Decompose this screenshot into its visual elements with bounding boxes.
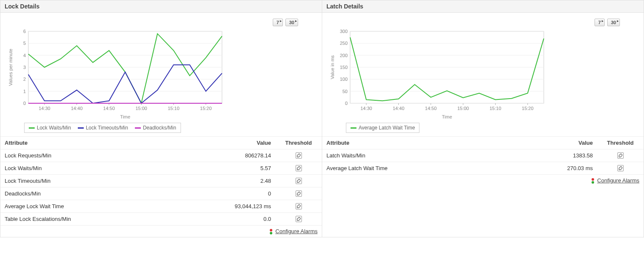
col-threshold: Threshold: [597, 137, 644, 149]
legend-swatch: [135, 127, 141, 129]
svg-text:14:30: 14:30: [360, 106, 372, 111]
legend-item: Average Latch Wait Time: [351, 125, 415, 131]
legend-swatch: [78, 127, 84, 129]
lock-panel-title: Lock Details: [0, 0, 322, 13]
attr-cell: Table Lock Escalations/Min: [0, 213, 216, 226]
svg-text:150: 150: [340, 65, 348, 70]
svg-text:15:20: 15:20: [522, 106, 534, 111]
svg-text:2: 2: [23, 77, 26, 82]
attr-cell: Average Latch Wait Time: [322, 162, 538, 175]
lock-configure-row: Configure Alarms: [0, 226, 322, 237]
attr-cell: Latch Waits/Min: [322, 149, 538, 162]
table-row: Average Lock Wait Time93,044,123 ms: [0, 200, 322, 213]
lock-range-buttons: 7 30: [7, 16, 315, 27]
svg-text:15:00: 15:00: [457, 106, 469, 111]
threshold-edit-icon[interactable]: [296, 203, 302, 209]
value-cell: 2.48: [216, 175, 275, 187]
svg-text:50: 50: [343, 89, 348, 94]
legend-label: Average Latch Wait Time: [359, 125, 415, 131]
latch-range-7-button[interactable]: 7: [595, 19, 605, 26]
threshold-cell: [275, 175, 322, 187]
legend-swatch: [351, 127, 356, 129]
latch-range-30-button[interactable]: 30: [607, 19, 620, 26]
threshold-cell: [597, 149, 644, 162]
value-cell: 93,044,123 ms: [216, 200, 275, 213]
table-row: Lock Requests/Min806278.14: [0, 149, 322, 162]
latch-configure-alarms-link[interactable]: Configure Alarms: [597, 177, 639, 184]
svg-text:100: 100: [340, 77, 348, 82]
threshold-cell: [275, 149, 322, 162]
legend-item: Deadlocks/Min: [135, 125, 176, 131]
svg-text:15:10: 15:10: [490, 106, 501, 111]
attr-cell: Lock Requests/Min: [0, 149, 216, 162]
table-row: Lock Timeouts/Min2.48: [0, 175, 322, 187]
attr-cell: Deadlocks/Min: [0, 187, 216, 200]
svg-text:0: 0: [23, 101, 26, 106]
table-row: Table Lock Escalations/Min0.0: [0, 213, 322, 226]
col-threshold: Threshold: [275, 137, 322, 149]
svg-text:14:40: 14:40: [393, 106, 405, 111]
svg-text:14:50: 14:50: [103, 106, 115, 111]
lock-range-30-button[interactable]: 30: [285, 19, 298, 26]
svg-text:5: 5: [23, 41, 26, 46]
legend-label: Lock Waits/Min: [37, 125, 71, 131]
latch-configure-row: Configure Alarms: [322, 175, 644, 186]
table-row: Average Latch Wait Time270.03 ms: [322, 162, 644, 175]
col-value: Value: [216, 137, 275, 149]
svg-text:Value in ms: Value in ms: [330, 55, 335, 79]
svg-text:300: 300: [340, 29, 348, 34]
legend-label: Deadlocks/Min: [143, 125, 176, 131]
threshold-cell: [597, 162, 644, 175]
svg-text:3: 3: [23, 65, 26, 70]
table-row: Deadlocks/Min0: [0, 187, 322, 200]
svg-text:15:10: 15:10: [168, 106, 180, 111]
lock-chart-area: 7 30 012345614:3014:4014:5015:0015:1015:…: [0, 13, 322, 136]
latch-range-buttons: 7 30: [329, 16, 637, 27]
table-row: Latch Waits/Min1383.58: [322, 149, 644, 162]
attr-cell: Average Lock Wait Time: [0, 200, 216, 213]
svg-text:250: 250: [340, 41, 348, 46]
svg-text:1: 1: [23, 89, 26, 94]
threshold-edit-icon[interactable]: [617, 165, 624, 171]
svg-text:200: 200: [340, 53, 348, 58]
latch-chart-legend: Average Latch Wait Time: [346, 123, 419, 133]
col-attribute: Attribute: [322, 137, 538, 149]
svg-text:14:40: 14:40: [71, 106, 83, 111]
threshold-cell: [275, 162, 322, 175]
alarm-status-icon: [592, 178, 594, 184]
svg-text:14:30: 14:30: [38, 106, 50, 111]
value-cell: 1383.58: [538, 149, 597, 162]
threshold-edit-icon[interactable]: [296, 216, 302, 222]
svg-text:15:20: 15:20: [200, 106, 212, 111]
svg-text:0: 0: [345, 101, 348, 106]
threshold-cell: [275, 213, 322, 226]
threshold-edit-icon[interactable]: [296, 165, 302, 171]
threshold-cell: [275, 187, 322, 200]
latch-chart-area: 7 30 05010015020025030014:3014:4014:5015…: [322, 13, 644, 136]
latch-metrics-table: Attribute Value Threshold Latch Waits/Mi…: [322, 136, 644, 175]
svg-text:Time: Time: [120, 114, 130, 119]
svg-text:Values per minute: Values per minute: [8, 49, 13, 86]
value-cell: 0.0: [216, 213, 275, 226]
latch-line-chart: 05010015020025030014:3014:4014:5015:0015…: [329, 27, 549, 120]
value-cell: 806278.14: [216, 149, 275, 162]
svg-text:Time: Time: [442, 114, 452, 119]
legend-item: Lock Timeouts/Min: [78, 125, 128, 131]
legend-swatch: [29, 127, 35, 129]
attr-cell: Lock Timeouts/Min: [0, 175, 216, 187]
svg-text:6: 6: [23, 29, 26, 34]
latch-panel-title: Latch Details: [322, 0, 644, 13]
lock-details-panel: Lock Details 7 30 012345614:3014:4014:50…: [0, 0, 322, 237]
svg-text:14:50: 14:50: [425, 106, 437, 111]
dashboard-container: Lock Details 7 30 012345614:3014:4014:50…: [0, 0, 644, 237]
attr-cell: Lock Waits/Min: [0, 162, 216, 175]
threshold-edit-icon[interactable]: [296, 178, 302, 184]
value-cell: 270.03 ms: [538, 162, 597, 175]
threshold-edit-icon[interactable]: [617, 152, 624, 159]
value-cell: 5.57: [216, 162, 275, 175]
threshold-edit-icon[interactable]: [296, 190, 302, 197]
lock-configure-alarms-link[interactable]: Configure Alarms: [275, 228, 318, 234]
lock-range-7-button[interactable]: 7: [273, 19, 283, 26]
col-attribute: Attribute: [0, 137, 216, 149]
threshold-edit-icon[interactable]: [296, 152, 302, 159]
